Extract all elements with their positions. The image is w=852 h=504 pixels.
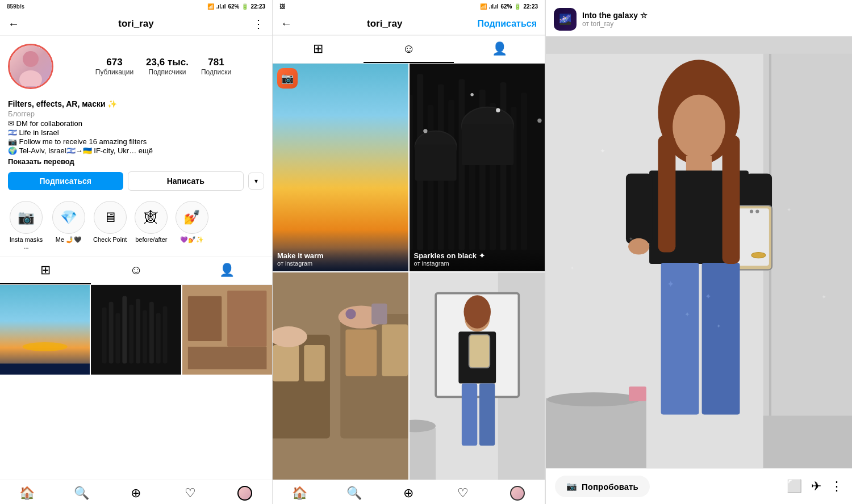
tab-effects-2[interactable]: ☺: [364, 36, 454, 63]
nav-bar-2: ← tori_ray Подписаться: [273, 12, 545, 35]
try-camera-icon: 📷: [566, 481, 577, 492]
message-button[interactable]: Написать: [128, 171, 244, 191]
stat-posts[interactable]: 673 Публикации: [95, 57, 133, 76]
svg-rect-91: [546, 398, 646, 468]
save-story-icon[interactable]: ⬜: [787, 479, 802, 494]
bottom-nav-add-1[interactable]: ⊕: [109, 486, 164, 501]
tab-tagged-1[interactable]: 👤: [181, 257, 272, 284]
bio-line-4: 🌍 Tel-Aviv, Israel🇮🇱→🇺🇦 IF-city, Ukr… ещ…: [8, 146, 264, 155]
svg-rect-8: [116, 313, 120, 363]
highlight-item-3[interactable]: 🕸 before/after: [135, 201, 168, 250]
filter-cell-make-warm[interactable]: 📷 Make it warm от instagram: [273, 64, 408, 271]
filter-cell-sparkles[interactable]: Sparkles on black ✦ от instagram: [410, 64, 545, 271]
bio-name: Filters, effects, AR, маски ✨: [8, 99, 264, 108]
grid-cell-0[interactable]: [0, 285, 90, 375]
grid-icon-2: ⊞: [313, 41, 323, 56]
bottom-nav-profile-2[interactable]: [490, 486, 545, 501]
stats-row: 673 Публикации 23,6 тыс. Подписчики 781 …: [62, 57, 264, 76]
dropdown-button[interactable]: ▾: [248, 173, 264, 190]
svg-rect-6: [102, 308, 107, 364]
svg-rect-4: [0, 364, 90, 375]
bottom-nav-likes-1[interactable]: ♡: [163, 486, 218, 501]
share-story-icon[interactable]: ✈: [811, 479, 821, 494]
filter-cell-mirror[interactable]: [410, 272, 545, 480]
bottom-nav-avatar-2: [510, 486, 525, 501]
svg-rect-19: [188, 347, 267, 369]
content-tabs-2: ⊞ ☺ 👤: [273, 35, 545, 64]
tab-grid-2[interactable]: ⊞: [273, 36, 364, 63]
follow-button[interactable]: Подписаться: [8, 172, 123, 190]
bottom-nav-home-2[interactable]: 🏠: [273, 486, 327, 501]
bottom-nav-home-1[interactable]: 🏠: [0, 486, 55, 501]
svg-rect-83: [702, 263, 740, 414]
subscribe-button-2[interactable]: Подписаться: [477, 19, 537, 29]
svg-rect-46: [345, 329, 377, 376]
svg-text:✦: ✦: [821, 293, 826, 300]
more-icon-1[interactable]: ⋮: [253, 17, 264, 31]
story-avatar-icon: 🌌: [559, 13, 571, 26]
filter-author-make-warm: от instagram: [277, 260, 404, 267]
status-right-1: 📶 .ıl.ıl 62%🔋 22:23: [207, 3, 265, 10]
try-button[interactable]: 📷 Попробовать: [555, 476, 650, 497]
svg-rect-12: [143, 310, 147, 364]
panel-2: 🖼 📶 .ıl.ıl 62%🔋 22:23 ← tori_ray Подписа…: [273, 0, 545, 504]
svg-rect-58: [461, 383, 477, 446]
bio-line-1: ✉ DM for collaboration: [8, 119, 264, 128]
svg-rect-10: [130, 305, 134, 364]
panel-1: 859b/s 📶 .ıl.ıl 62%🔋 22:23 ← tori_ray ⋮: [0, 0, 273, 504]
bottom-nav-2: 🏠 🔍 ⊕ ♡: [273, 480, 545, 504]
story-title: Into the galaxy ☆: [582, 11, 648, 20]
svg-text:✦: ✦: [684, 310, 690, 318]
svg-point-38: [423, 129, 427, 133]
filter-cell-interior[interactable]: [273, 272, 408, 480]
tab-tagged-2[interactable]: 👤: [454, 36, 545, 63]
status-bar-2: 🖼 📶 .ıl.ıl 62%🔋 22:23: [273, 0, 545, 12]
story-avatar: 🌌: [554, 8, 577, 31]
signal-icon-1: .ıl.ıl: [216, 3, 226, 10]
stat-following[interactable]: 781 Подписки: [201, 57, 231, 76]
story-author: от tori_ray: [582, 20, 648, 28]
svg-rect-89: [658, 136, 676, 253]
filter-icon-make-warm: 📷: [277, 68, 298, 89]
svg-rect-11: [136, 299, 140, 364]
highlight-circle-2: 🖥: [94, 201, 127, 234]
bottom-nav-search-2[interactable]: 🔍: [327, 486, 382, 501]
filter-overlay-sparkles: Sparkles on black ✦ от instagram: [410, 248, 545, 271]
stat-followers-label: Подписчики: [149, 68, 186, 76]
highlight-item-0[interactable]: 📷 Insta masks ...: [8, 201, 44, 250]
svg-point-0: [23, 51, 39, 67]
bottom-nav-add-2[interactable]: ⊕: [382, 486, 436, 501]
tab-reels-1[interactable]: ☺: [91, 257, 182, 284]
more-story-icon[interactable]: ⋮: [830, 479, 843, 494]
avatar[interactable]: [8, 44, 53, 89]
bio-translate[interactable]: Показать перевод: [8, 157, 264, 166]
stat-following-label: Подписки: [201, 68, 231, 76]
bottom-nav-likes-2[interactable]: ♡: [436, 486, 490, 501]
highlight-item-1[interactable]: 💎 Me 🤳🖤: [52, 201, 85, 250]
content-tabs-1: ⊞ ☺ 👤: [0, 257, 272, 285]
tab-grid-1[interactable]: ⊞: [0, 257, 91, 284]
stat-followers-number: 23,6 тыс.: [146, 57, 189, 68]
bottom-nav-profile-1[interactable]: [218, 486, 272, 501]
highlight-item-2[interactable]: 🖥 Check Point: [93, 201, 127, 250]
svg-text:✦: ✦: [570, 266, 574, 271]
bottom-nav-search-1[interactable]: 🔍: [55, 486, 109, 501]
stat-following-number: 781: [208, 57, 224, 68]
highlight-item-4[interactable]: 💅 💜💅✨: [176, 201, 208, 250]
svg-point-81: [755, 209, 759, 213]
grid-cell-2[interactable]: [182, 285, 272, 375]
svg-rect-14: [156, 313, 161, 363]
story-title-wrap: Into the galaxy ☆ от tori_ray: [582, 11, 648, 28]
highlight-label-4: 💜💅✨: [180, 236, 204, 243]
svg-point-50: [345, 308, 356, 318]
back-arrow-1[interactable]: ←: [8, 18, 19, 31]
back-arrow-2[interactable]: ←: [281, 17, 292, 30]
grid-cell-1[interactable]: [91, 285, 181, 375]
stat-followers[interactable]: 23,6 тыс. Подписчики: [146, 57, 189, 76]
svg-rect-62: [410, 428, 436, 480]
svg-point-88: [751, 253, 766, 258]
svg-rect-9: [123, 296, 127, 364]
status-right-2: 📶 .ıl.ıl 62%🔋 22:23: [480, 3, 538, 10]
bio-line-2: 🇮🇱 Life in Israel: [8, 128, 264, 137]
battery-1: 62%: [228, 3, 239, 10]
